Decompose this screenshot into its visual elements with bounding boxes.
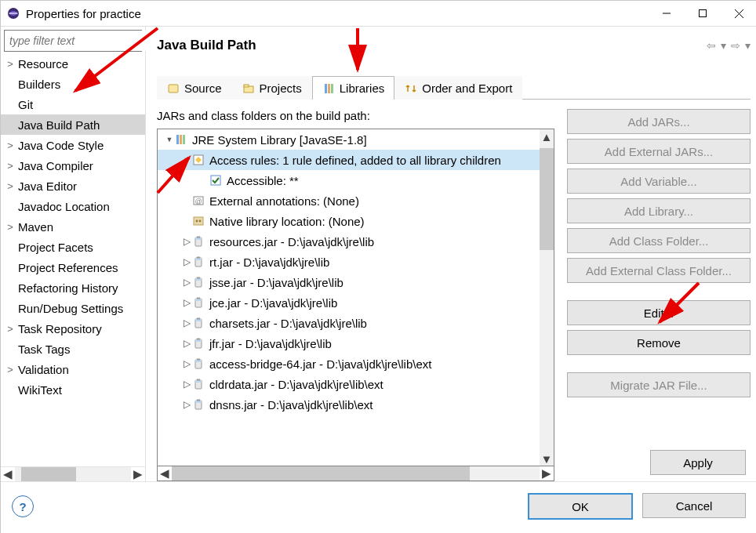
remove-button[interactable]: Remove — [567, 330, 751, 355]
sidebar-item-validation[interactable]: >Validation — [1, 359, 145, 379]
sidebar-hscroll[interactable]: ◀ ▶ — [1, 466, 145, 481]
edit-button[interactable]: Edit... — [567, 300, 751, 325]
add-class-folder-button[interactable]: Add Class Folder... — [567, 228, 751, 253]
sidebar-item-java-editor[interactable]: >Java Editor — [1, 176, 145, 196]
tree-row[interactable]: Native library location: (None) — [158, 211, 540, 231]
add-variable-button[interactable]: Add Variable... — [567, 169, 751, 194]
cancel-button[interactable]: Cancel — [642, 493, 746, 518]
tree-row[interactable]: @External annotations: (None) — [158, 190, 540, 211]
sidebar-item-builders[interactable]: Builders — [1, 74, 145, 94]
forward-menu-icon[interactable]: ▾ — [745, 39, 751, 52]
sidebar-item-project-facets[interactable]: Project Facets — [1, 237, 145, 257]
sidebar-item-java-build-path[interactable]: Java Build Path — [1, 114, 145, 135]
tree-caret-icon[interactable]: ▷ — [181, 297, 192, 308]
hscroll-left-icon[interactable]: ◀ — [158, 466, 172, 480]
sidebar-item-project-references[interactable]: Project References — [1, 257, 145, 277]
sidebar-item-maven[interactable]: >Maven — [1, 216, 145, 237]
sidebar-item-git[interactable]: Git — [1, 94, 145, 114]
ok-button[interactable]: OK — [528, 493, 633, 520]
forward-icon[interactable]: ⇨ — [731, 39, 740, 52]
sidebar-item-task-tags[interactable]: Task Tags — [1, 339, 145, 359]
category-list[interactable]: >ResourceBuildersGitJava Build Path>Java… — [1, 53, 145, 466]
tree-row[interactable]: ▼JRE System Library [JavaSE-1.8] — [158, 129, 540, 150]
tree-caret-icon[interactable]: ▷ — [181, 317, 192, 328]
tree-row-label: cldrdata.jar - D:\java\jdk\jre\lib\ext — [209, 378, 383, 391]
sidebar-item-label: Java Code Style — [16, 139, 104, 152]
apply-button[interactable]: Apply — [650, 450, 746, 475]
sidebar-item-run-debug-settings[interactable]: Run/Debug Settings — [1, 298, 145, 318]
svg-text:@: @ — [194, 198, 202, 205]
tab-order-and-export[interactable]: Order and Export — [394, 76, 522, 100]
help-icon[interactable]: ? — [12, 495, 34, 517]
scroll-down-icon[interactable]: ▼ — [540, 451, 554, 466]
svg-rect-49 — [197, 400, 200, 401]
tree-vscroll[interactable]: ▲ ▼ — [540, 129, 554, 466]
tree-row[interactable]: ▷cldrdata.jar - D:\java\jdk\jre\lib\ext — [158, 374, 540, 394]
tab-label: Order and Export — [422, 82, 512, 95]
svg-rect-2 — [9, 13, 18, 13]
add-library-button[interactable]: Add Library... — [567, 198, 751, 223]
tab-libraries[interactable]: Libraries — [312, 76, 395, 100]
tree-caret-icon[interactable]: ▷ — [181, 358, 192, 369]
tree-caret-icon[interactable]: ▷ — [181, 277, 192, 288]
back-icon[interactable]: ⇦ — [707, 39, 716, 52]
scroll-up-icon[interactable]: ▲ — [540, 129, 554, 143]
tree-row[interactable]: ▷resources.jar - D:\java\jdk\jre\lib — [158, 231, 540, 252]
sidebar-item-label: Task Tags — [16, 343, 70, 356]
section-caption: JARs and class folders on the build path… — [157, 109, 554, 122]
tree-row[interactable]: ▷charsets.jar - D:\java\jdk\jre\lib — [158, 313, 540, 333]
back-menu-icon[interactable]: ▾ — [721, 39, 726, 52]
scroll-thumb[interactable] — [21, 467, 76, 481]
tab-projects[interactable]: Projects — [232, 76, 312, 100]
tree-row-label: Native library location: (None) — [209, 215, 365, 228]
tree-row-label: Accessible: ** — [227, 174, 299, 187]
scroll-left-icon[interactable]: ◀ — [1, 467, 15, 481]
libraries-tab-icon — [322, 82, 335, 95]
tree-row[interactable]: ▷rt.jar - D:\java\jdk\jre\lib — [158, 252, 540, 272]
tree-row[interactable]: ▷access-bridge-64.jar - D:\java\jdk\jre\… — [158, 354, 540, 374]
expand-caret-icon: > — [4, 160, 16, 172]
tree-caret-icon[interactable]: ▷ — [181, 338, 192, 349]
hscroll-thumb[interactable] — [172, 466, 470, 480]
tree-row[interactable]: ▷jfr.jar - D:\java\jdk\jre\lib — [158, 333, 540, 354]
sidebar-item-javadoc-location[interactable]: Javadoc Location — [1, 196, 145, 216]
sidebar-item-java-code-style[interactable]: >Java Code Style — [1, 135, 145, 155]
hscroll-right-icon[interactable]: ▶ — [540, 466, 554, 480]
tree-row[interactable]: ▷dnsns.jar - D:\java\jdk\jre\lib\ext — [158, 394, 540, 415]
sidebar-item-resource[interactable]: >Resource — [1, 53, 145, 74]
sidebar-item-label: Project References — [16, 261, 118, 274]
jar-icon — [192, 317, 205, 329]
tree-row[interactable]: ▷jsse.jar - D:\java\jdk\jre\lib — [158, 272, 540, 292]
tree-hscroll[interactable]: ◀ ▶ — [157, 466, 554, 481]
tree-caret-icon[interactable]: ▷ — [181, 379, 192, 390]
tree-caret-icon[interactable]: ▷ — [181, 236, 192, 247]
close-button[interactable] — [721, 1, 756, 26]
sidebar-item-java-compiler[interactable]: >Java Compiler — [1, 155, 145, 176]
maximize-button[interactable] — [685, 1, 721, 26]
add-external-jars-button[interactable]: Add External JARs... — [567, 139, 751, 164]
tree-row[interactable]: Accessible: ** — [158, 170, 540, 190]
tree-row[interactable]: ▼Access rules: 1 rule defined, added to … — [158, 150, 540, 170]
tree-caret-icon[interactable]: ▷ — [181, 256, 192, 267]
classpath-tree[interactable]: ▼JRE System Library [JavaSE-1.8]▼Access … — [158, 129, 540, 466]
sidebar-item-refactoring-history[interactable]: Refactoring History — [1, 277, 145, 298]
tab-label: Source — [184, 82, 222, 95]
jar-icon — [192, 337, 205, 350]
svg-rect-34 — [197, 298, 200, 299]
scroll-track[interactable] — [15, 467, 131, 481]
tree-caret-icon[interactable]: ▼ — [164, 136, 175, 143]
add-external-class-folder-button[interactable]: Add External Class Folder... — [567, 258, 751, 283]
add-jars-button[interactable]: Add JARs... — [567, 109, 751, 134]
tree-caret-icon[interactable]: ▼ — [181, 156, 192, 164]
minimize-button[interactable] — [649, 1, 685, 26]
tree-caret-icon[interactable]: ▷ — [181, 399, 192, 410]
filter-input[interactable] — [5, 31, 151, 51]
scroll-right-icon[interactable]: ▶ — [131, 467, 145, 481]
svg-point-22 — [199, 220, 202, 223]
sidebar-item-task-repository[interactable]: >Task Repository — [1, 318, 145, 339]
tree-row[interactable]: ▷jce.jar - D:\java\jdk\jre\lib — [158, 292, 540, 313]
vscroll-thumb[interactable] — [540, 148, 554, 250]
tab-source[interactable]: Source — [157, 76, 232, 100]
migrate-jar-button[interactable]: Migrate JAR File... — [567, 372, 751, 397]
sidebar-item-wikitext[interactable]: WikiText — [1, 379, 145, 400]
